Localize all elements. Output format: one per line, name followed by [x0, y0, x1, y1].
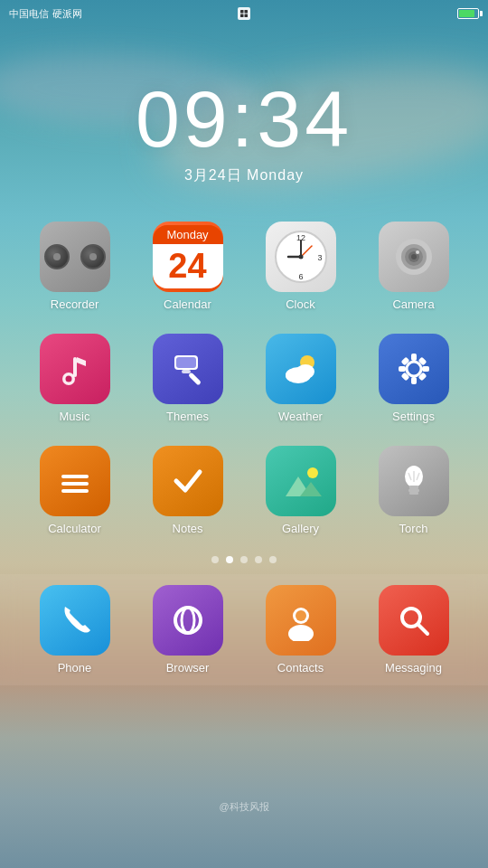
dock: Phone Browser Contacts — [0, 574, 488, 685]
notes-label: Notes — [173, 522, 203, 535]
camera-svg — [393, 236, 435, 278]
svg-rect-20 — [73, 357, 77, 377]
app-gallery[interactable]: Gallery — [244, 446, 357, 535]
clock-time: 09:34 — [0, 80, 488, 159]
dot-1[interactable] — [226, 556, 233, 563]
clock-icon-container: 12 3 6 — [266, 222, 336, 292]
weather-svg — [278, 346, 324, 392]
browser-label: Browser — [166, 661, 210, 675]
svg-rect-41 — [61, 489, 89, 493]
calendar-month: Monday — [153, 225, 223, 244]
app-camera[interactable]: Camera — [357, 222, 470, 311]
svg-rect-25 — [182, 370, 191, 373]
themes-label: Themes — [166, 410, 209, 423]
settings-icon — [379, 334, 449, 404]
music-icon — [40, 334, 110, 404]
app-grid-row2: Music Themes — [0, 325, 488, 437]
svg-line-58 — [418, 625, 427, 634]
gallery-label: Gallery — [282, 522, 319, 535]
svg-point-11 — [298, 255, 303, 259]
clock-area: 09:34 3月24日 Monday — [0, 25, 488, 185]
calculator-svg — [52, 458, 98, 504]
dock-browser[interactable]: Browser — [131, 585, 244, 675]
clock-label: Clock — [286, 297, 315, 311]
app-calculator[interactable]: Calculator — [18, 446, 131, 535]
app-settings[interactable]: Settings — [357, 334, 470, 423]
app-clock[interactable]: 12 3 6 Clock — [244, 222, 357, 311]
themes-icon — [153, 334, 223, 404]
recorder-knobs — [44, 244, 106, 269]
svg-rect-46 — [409, 486, 418, 489]
calendar-icon: Monday 24 — [153, 222, 223, 292]
clock-face-svg: 12 3 6 — [274, 230, 328, 284]
app-weather[interactable]: Weather — [244, 334, 357, 423]
svg-rect-1 — [245, 10, 249, 14]
watermark: @科技风报 — [219, 800, 268, 814]
page-dots — [0, 549, 488, 571]
status-bar: 中国电信 硬派网 — [0, 0, 488, 25]
app-calendar[interactable]: Monday 24 Calendar — [131, 222, 244, 311]
contacts-svg — [280, 599, 322, 641]
calculator-label: Calculator — [48, 522, 101, 535]
svg-point-29 — [286, 369, 300, 382]
app-themes[interactable]: Themes — [131, 334, 244, 423]
svg-rect-40 — [61, 482, 89, 486]
phone-label: Phone — [58, 661, 92, 675]
svg-rect-2 — [240, 14, 244, 18]
svg-rect-34 — [422, 366, 429, 372]
dot-4[interactable] — [269, 556, 277, 563]
torch-label: Torch — [399, 522, 428, 535]
clock-date: 3月24日 Monday — [0, 166, 488, 185]
dock-phone[interactable]: Phone — [18, 585, 131, 675]
music-svg — [54, 348, 96, 390]
dock-messaging[interactable]: Messaging — [357, 585, 470, 675]
app-recorder[interactable]: Recorder — [18, 222, 131, 311]
calendar-label: Calendar — [164, 297, 211, 311]
gallery-icon — [266, 446, 336, 516]
svg-rect-22 — [188, 373, 202, 386]
weather-label: Weather — [278, 410, 323, 423]
app-music[interactable]: Music — [18, 334, 131, 423]
status-right — [457, 8, 479, 19]
messaging-label: Messaging — [385, 661, 442, 675]
svg-text:6: 6 — [298, 272, 303, 281]
svg-point-55 — [296, 610, 306, 621]
torch-svg — [391, 458, 436, 504]
dot-2[interactable] — [240, 556, 248, 563]
app-grid-row3: Calculator Notes Gallery — [0, 437, 488, 549]
settings-svg — [391, 346, 436, 392]
calendar-content: Monday 24 — [153, 222, 223, 292]
app-grid-row1: Recorder Monday 24 Calendar 12 3 6 — [0, 194, 488, 325]
svg-point-56 — [288, 625, 314, 641]
camera-icon — [379, 222, 449, 292]
svg-point-44 — [307, 467, 318, 478]
svg-text:3: 3 — [317, 253, 322, 262]
battery-fill — [459, 10, 474, 17]
svg-rect-47 — [408, 489, 419, 492]
svg-rect-24 — [176, 357, 196, 368]
svg-point-16 — [411, 254, 417, 259]
messaging-svg — [393, 599, 435, 641]
carrier-text: 中国电信 — [9, 7, 49, 21]
dot-3[interactable] — [255, 556, 262, 563]
app-torch[interactable]: Torch — [357, 446, 470, 535]
dot-0[interactable] — [211, 556, 219, 563]
calculator-icon — [40, 446, 110, 516]
browser-icon — [153, 585, 223, 656]
app-notes[interactable]: Notes — [131, 446, 244, 535]
bb-icon — [238, 7, 250, 20]
notes-icon — [153, 446, 223, 516]
svg-rect-0 — [240, 10, 244, 14]
svg-rect-32 — [411, 377, 417, 384]
svg-point-30 — [407, 362, 421, 376]
status-left: 中国电信 硬派网 — [9, 7, 82, 21]
battery-icon — [457, 8, 479, 19]
weather-icon — [266, 334, 336, 404]
calendar-day: 24 — [153, 244, 223, 288]
dock-contacts[interactable]: Contacts — [244, 585, 357, 675]
svg-marker-21 — [77, 357, 86, 366]
svg-rect-33 — [399, 366, 406, 372]
notes-svg — [165, 458, 211, 504]
svg-rect-48 — [409, 492, 418, 495]
svg-point-52 — [175, 608, 201, 633]
